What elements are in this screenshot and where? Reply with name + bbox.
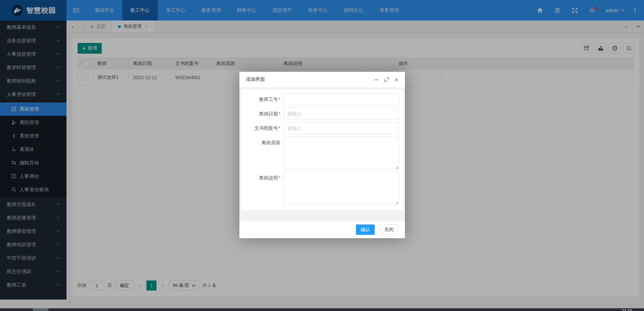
close-button[interactable]: 关闭 [380,224,398,235]
dialog-window-controls: × [374,76,398,83]
confirm-button[interactable]: 确认 [356,224,375,235]
taskbar-app-button[interactable] [33,308,48,311]
dialog-footer: 确认 关闭 [239,221,405,238]
maximize-icon[interactable] [384,77,389,82]
close-icon[interactable]: × [395,76,398,83]
dialog-title: 添加界面 [246,76,265,83]
add-record-dialog: 添加界面 × 教师工号* 离岗日期* [239,72,405,238]
taskbar-clock: 21:19 [622,309,632,311]
required-mark: * [279,175,280,180]
field-label: 教师工号* [241,93,284,105]
form-row-doc-no: 文书档案号* [241,122,399,134]
dialog-body: 教师工号* 离岗日期* 文书档案号* 离岗原因 离岗说明* [239,87,405,221]
form-row-note: 离岗说明* [241,172,399,205]
field-label: 离岗原因 [241,137,284,149]
minimize-icon[interactable] [374,77,379,82]
leave-reason-textarea[interactable] [284,137,399,169]
field-label: 离岗说明* [241,172,284,184]
form-row-reason: 离岗原因 [241,137,399,169]
required-mark: * [279,97,280,102]
dialog-header: 添加界面 × [239,72,405,87]
os-taskbar: 21:19 [0,308,644,311]
required-mark: * [279,111,280,116]
dialog-form: 教师工号* 离岗日期* 文书档案号* 离岗原因 离岗说明* [241,89,403,210]
required-mark: * [279,125,280,131]
form-row-leave-date: 离岗日期* [241,108,399,120]
doc-no-input[interactable] [284,122,399,134]
leave-date-input[interactable] [284,108,399,120]
field-label: 离岗日期* [241,108,284,120]
app-root: 智慧校园 基础平台 教工中心 学工中心 教务管理 财务中心 固定资产 医务中心 … [0,0,644,311]
leave-note-textarea[interactable] [284,172,399,205]
field-label: 文书档案号* [241,122,284,134]
form-row-teacher-id: 教师工号* [241,93,399,105]
teacher-id-input[interactable] [284,93,399,105]
